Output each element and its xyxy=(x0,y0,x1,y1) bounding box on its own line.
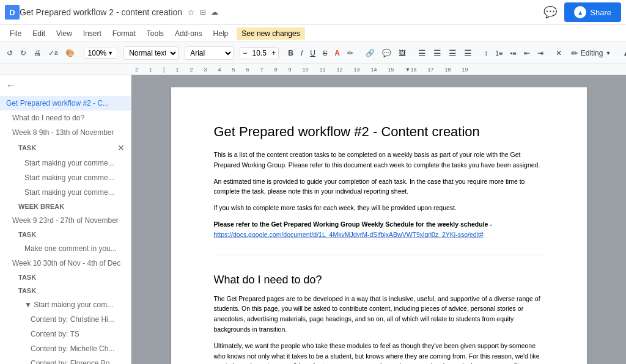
numbered-list-button[interactable]: 1≡ xyxy=(492,48,506,59)
strikethrough-button[interactable]: S xyxy=(320,48,330,59)
bulleted-list-button[interactable]: •≡ xyxy=(507,48,519,59)
app-icon: D xyxy=(5,5,20,20)
text-color-button[interactable]: A xyxy=(331,47,343,59)
link-button[interactable]: 🔗 xyxy=(363,47,378,59)
menu-edit[interactable]: Edit xyxy=(28,27,50,40)
sidebar-task-label: TASK xyxy=(18,287,36,294)
zoom-selector[interactable]: 100% ▼ xyxy=(84,48,118,59)
menu-insert[interactable]: Insert xyxy=(78,27,106,40)
sidebar-task-label: TASK xyxy=(18,231,36,238)
toolbar-expand-button[interactable]: ▲ xyxy=(619,47,626,59)
spellcheck-button[interactable]: ✓a xyxy=(45,47,61,59)
doc-section2-p1: The Get Prepared pages are to be develop… xyxy=(214,294,544,335)
font-size-increase-button[interactable]: + xyxy=(269,48,278,59)
zoom-value: 100% xyxy=(88,49,107,57)
drive-icon[interactable]: ⊟ xyxy=(200,8,206,16)
decrease-indent-button[interactable]: ⇤ xyxy=(521,47,533,59)
sidebar-item-label: Content by: TS xyxy=(31,330,79,338)
doc-section2-title: What do I need to do? xyxy=(214,274,544,286)
share-label: Share xyxy=(590,8,611,17)
sidebar-item-content-michelle[interactable]: Content by: Michelle Ch... xyxy=(0,341,131,356)
paint-format-button[interactable]: 🎨 xyxy=(62,47,78,59)
font-size-decrease-button[interactable]: − xyxy=(240,48,249,59)
align-left-button[interactable]: ☰ xyxy=(415,46,429,60)
align-center-button[interactable]: ☰ xyxy=(430,46,444,60)
zoom-dropdown-icon: ▼ xyxy=(108,50,113,56)
italic-button[interactable]: I xyxy=(298,47,306,59)
insert-comment-button[interactable]: 💬 xyxy=(379,47,394,59)
menu-help[interactable]: Help xyxy=(208,27,234,40)
font-size-value[interactable]: 10.5 xyxy=(249,48,269,59)
sidebar-item-week9[interactable]: Week 9 23rd - 27th of November xyxy=(0,213,131,228)
sidebar-item-week10[interactable]: Week 10 30th of Nov - 4th of Dec xyxy=(0,256,131,271)
sidebar-item-label: ▼ Start making your com... xyxy=(24,300,113,309)
doc-weekly-schedule-link[interactable]: https://docs.google.com/document/d/1L_4M… xyxy=(214,231,484,238)
sidebar-item-comment2[interactable]: Start making your comme... xyxy=(0,170,131,185)
sidebar-item-what-do-i-need[interactable]: What do I need to do? xyxy=(0,111,131,125)
sidebar-task-label: TASK xyxy=(18,274,36,281)
doc-intro-p1: This is a list of the content creation t… xyxy=(214,150,544,170)
clear-format-button[interactable]: ✕ xyxy=(553,47,565,59)
sidebar-item-comment3[interactable]: Start making your comme... xyxy=(0,185,131,200)
document-title: Get Prepared workflow 2 - content creati… xyxy=(20,7,182,17)
sidebar-items: Get Prepared workflow #2 - C... What do … xyxy=(0,96,131,364)
doc-link-paragraph: Please refer to the Get Prepared Working… xyxy=(214,219,544,240)
sidebar-item-active[interactable]: Get Prepared workflow #2 - C... xyxy=(0,96,131,111)
sidebar-item-week-break[interactable]: WEEK BREAK xyxy=(0,200,131,213)
sidebar-item-label: Content by: Michelle Ch... xyxy=(31,344,114,353)
bold-button[interactable]: B xyxy=(285,47,296,59)
menu-file[interactable]: File xyxy=(5,27,26,40)
editing-chevron-down[interactable]: ▼ xyxy=(605,50,611,56)
pencil-icon: ✏ xyxy=(571,48,578,58)
comment-icon[interactable]: 💬 xyxy=(543,5,557,19)
sidebar-item-content-ts[interactable]: Content by: TS xyxy=(0,327,131,341)
sidebar-item-content-christine[interactable]: Content by: Christine Hi... xyxy=(0,312,131,327)
editing-badge: ✏ Editing ▼ xyxy=(566,47,616,59)
star-icon[interactable]: ☆ xyxy=(187,7,195,17)
menu-addons[interactable]: Add-ons xyxy=(170,27,207,40)
sidebar-item-task4[interactable]: TASK xyxy=(0,284,131,297)
font-size-control: − 10.5 + xyxy=(240,47,279,59)
document-page: Get Prepared workflow #2 - Content creat… xyxy=(171,87,587,364)
menu-bar: File Edit View Insert Format Tools Add-o… xyxy=(0,25,626,42)
sidebar-item-label: Start making your comme... xyxy=(24,188,114,197)
editing-label: Editing xyxy=(581,49,603,57)
sidebar-item-label: Week 9 23rd - 27th of November xyxy=(12,216,119,225)
sidebar-item-start-expanded[interactable]: ▼ Start making your com... xyxy=(0,297,131,312)
doc-intro-p3: If you wish to complete more tasks for e… xyxy=(214,203,544,213)
sidebar-task-label: TASK xyxy=(18,144,36,151)
sidebar-item-label: Week 8 9th - 13th of November xyxy=(12,128,114,137)
sidebar-item-content-florence[interactable]: Content by: Florence Bo... xyxy=(0,356,131,364)
toolbar: ↺ ↻ 🖨 ✓a 🎨 100% ▼ Normal text Arial − 10… xyxy=(0,42,626,64)
sidebar-item-task2[interactable]: TASK xyxy=(0,228,131,241)
style-selector[interactable]: Normal text xyxy=(123,46,179,60)
redo-button[interactable]: ↻ xyxy=(17,47,29,59)
menu-view[interactable]: View xyxy=(51,27,77,40)
top-bar: D Get Prepared workflow 2 - content crea… xyxy=(0,0,626,25)
align-justify-button[interactable]: ☰ xyxy=(461,46,475,60)
increase-indent-button[interactable]: ⇥ xyxy=(534,47,547,59)
menu-format[interactable]: Format xyxy=(108,27,141,40)
main-area: ← Get Prepared workflow #2 - C... What d… xyxy=(0,75,626,364)
close-icon[interactable]: ✕ xyxy=(117,143,125,153)
highlight-button[interactable]: ✏ xyxy=(344,47,356,59)
line-spacing-button[interactable]: ↕ xyxy=(481,47,491,59)
sidebar-item-label: Week 10 30th of Nov - 4th of Dec xyxy=(12,259,120,268)
print-button[interactable]: 🖨 xyxy=(31,47,44,59)
sidebar-item-comment1[interactable]: Start making your comme... xyxy=(0,156,131,170)
insert-image-button[interactable]: 🖼 xyxy=(396,47,409,59)
doc-divider xyxy=(214,255,544,255)
back-arrow-button[interactable]: ← xyxy=(6,80,16,91)
sidebar-item-make-comment[interactable]: Make one comment in you... xyxy=(0,241,131,256)
font-family-selector[interactable]: Arial xyxy=(185,46,234,60)
sidebar-item-week8[interactable]: Week 8 9th - 13th of November xyxy=(0,125,131,140)
sidebar-item-task1[interactable]: TASK ✕ xyxy=(0,140,131,156)
align-right-button[interactable]: ☰ xyxy=(446,46,460,60)
undo-button[interactable]: ↺ xyxy=(4,47,16,59)
sidebar-item-task3[interactable]: TASK xyxy=(0,271,131,284)
cloud-icon[interactable]: ☁ xyxy=(211,8,218,16)
menu-tools[interactable]: Tools xyxy=(142,27,169,40)
underline-button[interactable]: U xyxy=(307,47,319,59)
share-button[interactable]: ▲ Share xyxy=(564,2,621,22)
see-new-changes-button[interactable]: See new changes xyxy=(237,27,304,40)
